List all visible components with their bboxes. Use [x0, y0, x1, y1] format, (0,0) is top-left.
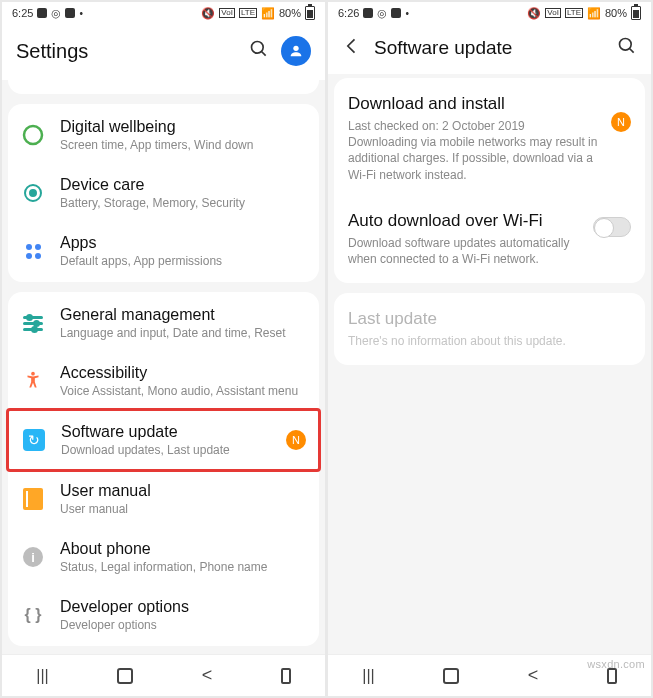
- settings-item-apps[interactable]: Apps Default apps, App permissions: [8, 222, 319, 280]
- update-content: Download and install Last checked on: 2 …: [328, 74, 651, 654]
- nav-recent-icon[interactable]: |||: [36, 667, 48, 685]
- item-title: Accessibility: [60, 364, 307, 382]
- settings-list: Digital wellbeing Screen time, App timer…: [2, 80, 325, 654]
- user-manual-icon: [20, 486, 46, 512]
- search-icon[interactable]: [249, 39, 269, 63]
- mute-icon: 🔇: [201, 7, 215, 20]
- status-app-icon: [363, 8, 373, 18]
- item-download-install[interactable]: Download and install Last checked on: 2 …: [334, 80, 645, 197]
- item-auto-download[interactable]: Auto download over Wi-Fi Download softwa…: [334, 197, 645, 281]
- search-icon[interactable]: [617, 36, 637, 60]
- item-sub: Download updates, Last update: [61, 443, 272, 457]
- item-title: Developer options: [60, 598, 307, 616]
- svg-line-1: [262, 52, 266, 56]
- svg-point-6: [31, 372, 35, 376]
- item-note: There's no information about this update…: [348, 333, 631, 349]
- settings-item-about-phone[interactable]: i About phone Status, Legal information,…: [8, 528, 319, 586]
- settings-header: Settings: [2, 24, 325, 80]
- settings-item-developer-options[interactable]: { } Developer options Developer options: [8, 586, 319, 644]
- status-time: 6:25: [12, 7, 33, 19]
- item-checked: Last checked on: 2 October 2019: [348, 118, 601, 134]
- item-title: About phone: [60, 540, 307, 558]
- nav-home-icon[interactable]: [443, 668, 459, 684]
- notification-badge: N: [611, 112, 631, 132]
- item-title: Last update: [348, 309, 631, 329]
- item-note: Download software updates automatically …: [348, 235, 583, 267]
- nav-back-icon[interactable]: <: [528, 665, 539, 686]
- developer-options-icon: { }: [20, 602, 46, 628]
- signal-icon: 📶: [587, 7, 601, 20]
- item-note: Downloading via mobile networks may resu…: [348, 134, 601, 183]
- item-title: User manual: [60, 482, 307, 500]
- signal-icon: 📶: [261, 7, 275, 20]
- item-sub: Language and input, Date and time, Reset: [60, 326, 307, 340]
- accessibility-icon: [20, 368, 46, 394]
- general-management-icon: [20, 310, 46, 336]
- nav-recent-icon[interactable]: |||: [362, 667, 374, 685]
- page-title: Software update: [374, 37, 605, 59]
- item-sub: Developer options: [60, 618, 307, 632]
- volte-icon-2: VoI: [545, 8, 561, 18]
- lte-icon-1: LTE: [239, 8, 257, 18]
- item-title: Auto download over Wi-Fi: [348, 211, 583, 231]
- status-more-icon: •: [405, 8, 409, 19]
- update-group-1: Download and install Last checked on: 2 …: [334, 78, 645, 283]
- settings-item-software-update[interactable]: ↻ Software update Download updates, Last…: [6, 408, 321, 472]
- item-title: General management: [60, 306, 307, 324]
- about-phone-icon: i: [20, 544, 46, 570]
- software-update-header: Software update: [328, 24, 651, 74]
- status-app-icon: [37, 8, 47, 18]
- nav-home-icon[interactable]: [117, 668, 133, 684]
- svg-point-7: [620, 39, 632, 51]
- battery-text: 80%: [279, 7, 301, 19]
- item-title: Digital wellbeing: [60, 118, 307, 136]
- svg-point-2: [293, 46, 298, 51]
- item-title: Apps: [60, 234, 307, 252]
- settings-item-device-care[interactable]: Device care Battery, Storage, Memory, Se…: [8, 164, 319, 222]
- status-bar: 6:26 ◎ • 🔇 VoI LTE 📶 80%: [328, 2, 651, 24]
- phone-right-software-update: 6:26 ◎ • 🔇 VoI LTE 📶 80% Software update: [328, 2, 651, 696]
- lte-icon-2: LTE: [565, 8, 583, 18]
- phone-left-settings: 6:25 ◎ • 🔇 VoI LTE 📶 80% Settings: [2, 2, 325, 696]
- volte-icon-1: VoI: [219, 8, 235, 18]
- item-title: Download and install: [348, 94, 601, 114]
- settings-item-accessibility[interactable]: Accessibility Voice Assistant, Mono audi…: [8, 352, 319, 410]
- settings-item-general-management[interactable]: General management Language and input, D…: [8, 294, 319, 352]
- status-app-icon-2: [65, 8, 75, 18]
- item-sub: Screen time, App timers, Wind down: [60, 138, 307, 152]
- software-update-icon: ↻: [21, 427, 47, 453]
- nav-back-icon[interactable]: <: [202, 665, 213, 686]
- svg-point-3: [24, 126, 42, 144]
- partial-card: [8, 80, 319, 94]
- status-circle-icon: ◎: [377, 7, 387, 20]
- item-sub: Battery, Storage, Memory, Security: [60, 196, 307, 210]
- notification-badge: N: [286, 430, 306, 450]
- svg-point-5: [30, 190, 36, 196]
- mute-icon: 🔇: [527, 7, 541, 20]
- account-avatar-icon[interactable]: [281, 36, 311, 66]
- battery-icon: [631, 6, 641, 20]
- status-bar: 6:25 ◎ • 🔇 VoI LTE 📶 80%: [2, 2, 325, 24]
- item-title: Software update: [61, 423, 272, 441]
- apps-icon: [20, 238, 46, 264]
- item-title: Device care: [60, 176, 307, 194]
- battery-icon: [305, 6, 315, 20]
- item-last-update: Last update There's no information about…: [334, 295, 645, 363]
- nav-extra-icon[interactable]: [281, 668, 291, 684]
- back-icon[interactable]: [342, 36, 362, 60]
- status-circle-icon: ◎: [51, 7, 61, 20]
- battery-text: 80%: [605, 7, 627, 19]
- watermark-text: wsxdn.com: [587, 658, 645, 670]
- item-sub: Default apps, App permissions: [60, 254, 307, 268]
- digital-wellbeing-icon: [20, 122, 46, 148]
- settings-group-2: General management Language and input, D…: [8, 292, 319, 646]
- device-care-icon: [20, 180, 46, 206]
- auto-download-toggle[interactable]: [593, 217, 631, 237]
- settings-item-digital-wellbeing[interactable]: Digital wellbeing Screen time, App timer…: [8, 106, 319, 164]
- status-time: 6:26: [338, 7, 359, 19]
- item-sub: Status, Legal information, Phone name: [60, 560, 307, 574]
- settings-group-1: Digital wellbeing Screen time, App timer…: [8, 104, 319, 282]
- settings-item-user-manual[interactable]: User manual User manual: [8, 470, 319, 528]
- nav-bar: ||| <: [2, 654, 325, 696]
- svg-line-8: [630, 49, 634, 53]
